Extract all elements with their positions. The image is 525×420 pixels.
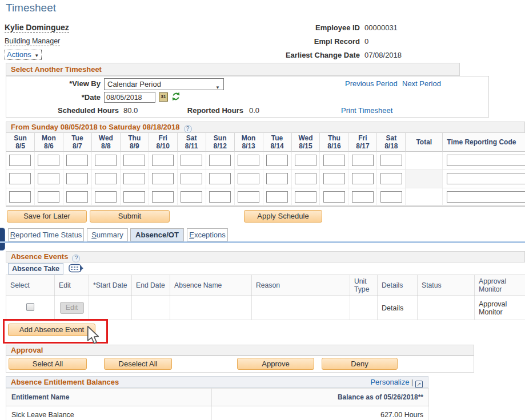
time-entry-cell	[320, 188, 348, 205]
select-all-button[interactable]: Select All	[9, 358, 87, 370]
time-entry-input[interactable]	[323, 155, 345, 166]
grid-help-icon[interactable]: ?	[184, 125, 192, 133]
time-entry-input[interactable]	[152, 173, 174, 184]
refresh-icon[interactable]	[171, 92, 181, 101]
time-entry-input[interactable]	[352, 155, 374, 166]
deselect-all-button[interactable]: Deselect All	[104, 358, 172, 370]
time-entry-input[interactable]	[238, 191, 259, 203]
time-entry-input[interactable]	[238, 155, 259, 166]
tab-summary[interactable]: Summary	[87, 228, 128, 241]
grid-rows	[6, 152, 525, 207]
time-entry-input[interactable]	[38, 191, 59, 203]
edit-button[interactable]: Edit	[60, 302, 84, 314]
time-entry-input[interactable]	[266, 173, 288, 184]
time-entry-input[interactable]	[209, 173, 231, 184]
time-entry-cell	[348, 170, 377, 188]
date-input[interactable]	[104, 92, 155, 103]
popup-icon[interactable]: ↗	[415, 381, 423, 388]
time-entry-cell	[35, 170, 63, 188]
time-entry-input[interactable]	[209, 191, 231, 203]
time-entry-input[interactable]	[380, 191, 402, 203]
deny-button[interactable]: Deny	[322, 358, 398, 370]
time-entry-input[interactable]	[152, 191, 174, 203]
time-entry-cell	[263, 188, 292, 205]
day-name: Wed	[92, 134, 120, 142]
time-reporting-code-input[interactable]	[447, 191, 525, 203]
time-entry-input[interactable]	[123, 173, 145, 184]
day-name: Sun	[6, 134, 34, 142]
time-reporting-code-input[interactable]	[447, 155, 525, 166]
print-timesheet-link[interactable]: Print Timesheet	[341, 106, 392, 115]
end-date-cell	[132, 296, 170, 320]
select-caret-icon: ▼	[215, 82, 220, 93]
next-period-link[interactable]: Next Period	[402, 79, 441, 88]
view-by-select[interactable]: Calendar Period ▼	[104, 78, 224, 90]
time-entry-input[interactable]	[95, 191, 117, 203]
day-header-cell: Sat8/18	[377, 133, 406, 152]
tab-absence-ot[interactable]: Absence/OT	[130, 228, 184, 241]
time-entry-input[interactable]	[66, 173, 88, 184]
time-entry-input[interactable]	[66, 155, 88, 166]
time-entry-input[interactable]	[9, 191, 31, 203]
time-entry-input[interactable]	[152, 155, 174, 166]
approve-button[interactable]: Approve	[237, 358, 314, 370]
time-entry-input[interactable]	[238, 173, 259, 184]
time-entry-input[interactable]	[38, 173, 59, 184]
actions-menu[interactable]: Actions ▼	[5, 50, 42, 60]
time-entry-input[interactable]	[380, 173, 402, 184]
grid-title: From Sunday 08/05/2018 to Saturday 08/18…	[11, 123, 180, 131]
tab-exceptions[interactable]: Exceptions	[187, 228, 228, 241]
employee-role[interactable]: Building Manager	[5, 37, 60, 46]
personalize-link[interactable]: Personalize	[370, 378, 409, 386]
column-header: Select	[6, 275, 55, 296]
submit-button[interactable]: Submit	[90, 210, 170, 223]
time-entry-input[interactable]	[380, 155, 402, 166]
edit-cell: Edit	[55, 296, 89, 320]
previous-period-link[interactable]: Previous Period	[345, 79, 398, 88]
add-absence-event-button[interactable]: Add Absence Event	[8, 324, 95, 336]
time-entry-input[interactable]	[38, 155, 59, 166]
time-reporting-code-input[interactable]	[447, 173, 525, 184]
view-by-value: Calendar Period	[107, 80, 161, 88]
time-entry-input[interactable]	[181, 191, 202, 203]
absence-events-help-icon[interactable]: ?	[72, 255, 80, 262]
save-for-later-button[interactable]: Save for Later	[7, 210, 87, 223]
time-entry-input[interactable]	[323, 173, 345, 184]
day-name: Fri	[149, 134, 177, 142]
time-entry-input[interactable]	[209, 155, 231, 166]
time-entry-input[interactable]	[95, 173, 117, 184]
time-entry-input[interactable]	[123, 155, 145, 166]
time-entry-input[interactable]	[181, 155, 202, 166]
time-entry-input[interactable]	[295, 155, 316, 166]
time-entry-input[interactable]	[323, 191, 345, 203]
absence-take-tab[interactable]: Absence Take	[8, 263, 63, 274]
time-entry-input[interactable]	[123, 191, 145, 203]
time-entry-input[interactable]	[9, 173, 31, 184]
employee-name[interactable]: Kylie Dominguez	[5, 23, 69, 33]
employee-field-label: Earliest Change Date	[194, 51, 360, 59]
time-entry-input[interactable]	[9, 155, 31, 166]
show-all-columns-icon[interactable]	[69, 264, 84, 273]
calendar-icon[interactable]: 31	[159, 92, 168, 102]
time-entry-input[interactable]	[181, 173, 202, 184]
time-entry-input[interactable]	[352, 191, 374, 203]
time-entry-cell	[6, 152, 35, 169]
reason-cell	[252, 296, 350, 320]
apply-schedule-button[interactable]: Apply Schedule	[244, 210, 322, 223]
time-entry-input[interactable]	[95, 155, 117, 166]
time-entry-input[interactable]	[66, 191, 88, 203]
tab-reported-time-status[interactable]: Reported Time Status	[8, 228, 84, 241]
total-header: Total	[406, 133, 443, 152]
time-entry-input[interactable]	[352, 173, 374, 184]
view-by-label: *View By	[6, 79, 101, 88]
day-date: 8/18	[377, 142, 405, 150]
day-date: 8/12	[206, 142, 234, 150]
day-header-cell: Fri8/10	[149, 133, 178, 152]
details-text[interactable]: Details	[382, 304, 403, 312]
time-entry-input[interactable]	[295, 191, 316, 203]
time-entry-input[interactable]	[266, 155, 288, 166]
time-entry-input[interactable]	[266, 191, 288, 203]
select-checkbox[interactable]	[26, 303, 34, 311]
time-entry-input[interactable]	[295, 173, 316, 184]
time-entry-cell	[206, 188, 235, 205]
